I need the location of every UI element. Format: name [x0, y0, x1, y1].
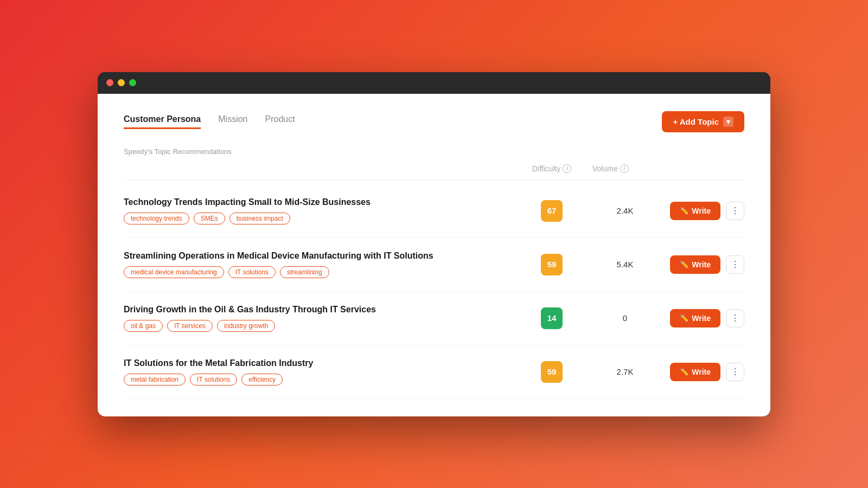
maximize-button[interactable] [129, 79, 136, 86]
volume-col-2: 0 [592, 313, 658, 323]
topic-info-1: Streamlining Operations in Medical Devic… [124, 251, 511, 278]
write-label: Write [692, 260, 711, 269]
tag[interactable]: efficiency [241, 374, 283, 386]
more-button-3[interactable]: ⋮ [726, 363, 744, 381]
tag[interactable]: technology trends [124, 213, 189, 224]
titlebar [98, 72, 770, 94]
difficulty-badge-1: 59 [541, 254, 563, 275]
topic-title-1: Streamlining Operations in Medical Devic… [124, 251, 511, 261]
tag[interactable]: medical device manufacturing [124, 266, 224, 278]
write-button-0[interactable]: ✏️ Write [670, 202, 720, 220]
tag[interactable]: oil & gas [124, 320, 163, 332]
difficulty-col-3: 59 [511, 361, 592, 383]
tab-bar: Customer Persona Mission Product + Add T… [124, 111, 744, 132]
tag[interactable]: IT solutions [228, 266, 276, 278]
write-button-1[interactable]: ✏️ Write [670, 255, 720, 274]
table-row: Technology Trends Impacting Small to Mid… [124, 184, 744, 238]
tag[interactable]: streamlining [280, 266, 329, 278]
tab-mission[interactable]: Mission [218, 114, 247, 129]
col-difficulty-header: Difficulty i [511, 164, 592, 173]
more-button-2[interactable]: ⋮ [726, 309, 744, 328]
section-label: Speedy's Topic Recommendations [124, 147, 744, 156]
tag-list-2: oil & gasIT servicesindustry growth [124, 320, 511, 332]
more-button-0[interactable]: ⋮ [726, 202, 744, 220]
pencil-icon: ✏️ [680, 207, 688, 215]
add-topic-button[interactable]: + Add Topic ▾ [662, 111, 744, 132]
pencil-icon: ✏️ [680, 314, 688, 322]
tag[interactable]: industry growth [217, 320, 275, 332]
table-row: IT Solutions for the Metal Fabrication I… [124, 345, 744, 399]
actions-col-2: ✏️ Write ⋮ [658, 309, 744, 328]
pencil-icon: ✏️ [680, 260, 688, 268]
tag[interactable]: IT services [167, 320, 213, 332]
difficulty-badge-2: 14 [541, 307, 563, 329]
volume-col-0: 2.4K [592, 206, 658, 215]
more-button-1[interactable]: ⋮ [726, 255, 744, 274]
write-label: Write [692, 314, 711, 323]
actions-col-1: ✏️ Write ⋮ [658, 255, 744, 274]
tag[interactable]: SMEs [194, 213, 225, 224]
actions-col-0: ✏️ Write ⋮ [658, 202, 744, 220]
topic-rows: Technology Trends Impacting Small to Mid… [124, 184, 744, 399]
difficulty-badge-0: 67 [541, 200, 563, 222]
table-row: Driving Growth in the Oil & Gas Industry… [124, 292, 744, 345]
write-button-3[interactable]: ✏️ Write [670, 363, 720, 381]
write-label: Write [692, 207, 711, 215]
tag-list-0: technology trendsSMEsbusiness impact [124, 213, 511, 224]
volume-col-3: 2.7K [592, 367, 658, 376]
app-window: Customer Persona Mission Product + Add T… [98, 72, 770, 416]
topic-title-2: Driving Growth in the Oil & Gas Industry… [124, 305, 511, 314]
add-topic-label: + Add Topic [673, 117, 719, 126]
col-volume-header: Volume i [592, 164, 658, 173]
tab-list: Customer Persona Mission Product [124, 114, 295, 129]
difficulty-badge-3: 59 [541, 361, 563, 383]
write-button-2[interactable]: ✏️ Write [670, 309, 720, 328]
table-header: Difficulty i Volume i [124, 164, 744, 180]
topic-title-0: Technology Trends Impacting Small to Mid… [124, 197, 511, 207]
difficulty-col-1: 59 [511, 254, 592, 275]
close-button[interactable] [106, 79, 113, 86]
difficulty-info-icon[interactable]: i [563, 164, 571, 173]
topic-title-3: IT Solutions for the Metal Fabrication I… [124, 358, 511, 368]
topic-info-3: IT Solutions for the Metal Fabrication I… [124, 358, 511, 386]
difficulty-col-0: 67 [511, 200, 592, 222]
table-row: Streamlining Operations in Medical Devic… [124, 238, 744, 292]
topic-info-2: Driving Growth in the Oil & Gas Industry… [124, 305, 511, 332]
volume-info-icon[interactable]: i [620, 164, 629, 173]
tag[interactable]: IT solutions [190, 374, 237, 386]
topic-info-0: Technology Trends Impacting Small to Mid… [124, 197, 511, 224]
tag-list-3: metal fabricationIT solutionsefficiency [124, 374, 511, 386]
volume-col-1: 5.4K [592, 260, 658, 269]
tab-customer-persona[interactable]: Customer Persona [124, 114, 201, 129]
tag[interactable]: business impact [229, 213, 290, 224]
minimize-button[interactable] [118, 79, 125, 86]
write-label: Write [692, 368, 711, 376]
actions-col-3: ✏️ Write ⋮ [658, 363, 744, 381]
pencil-icon: ✏️ [680, 368, 688, 376]
add-topic-chevron-icon: ▾ [723, 117, 733, 127]
tab-product[interactable]: Product [265, 114, 295, 129]
difficulty-col-2: 14 [511, 307, 592, 329]
main-content: Customer Persona Mission Product + Add T… [98, 94, 770, 416]
tag-list-1: medical device manufacturingIT solutions… [124, 266, 511, 278]
tag[interactable]: metal fabrication [124, 374, 186, 386]
